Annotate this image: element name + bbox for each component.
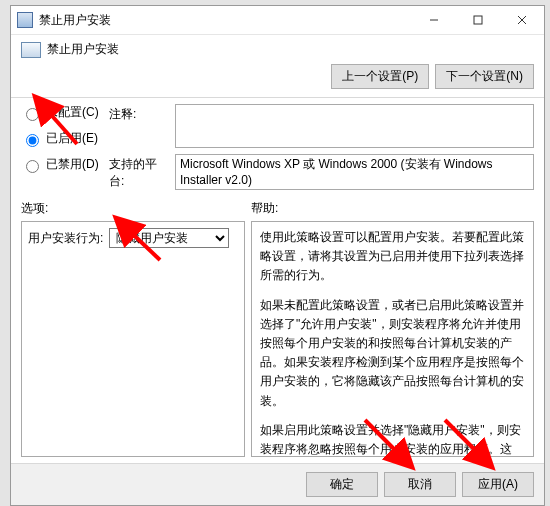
policy-subtitle: 禁止用户安装	[47, 41, 119, 58]
radio-not-configured[interactable]: 未配置(C)	[21, 104, 109, 121]
radio-not-configured-input[interactable]	[26, 108, 39, 121]
help-paragraph-2: 如果未配置此策略设置，或者已启用此策略设置并选择了"允许用户安装"，则安装程序将…	[260, 296, 525, 411]
options-section-label: 选项:	[21, 200, 251, 217]
help-panel[interactable]: 使用此策略设置可以配置用户安装。若要配置此策略设置，请将其设置为已启用并使用下拉…	[251, 221, 534, 457]
radio-disabled-label: 已禁用(D)	[46, 156, 99, 173]
behavior-select[interactable]: 隐藏用户安装允许用户安装禁止用户安装	[109, 228, 229, 248]
policy-icon	[21, 42, 41, 58]
close-button[interactable]	[500, 6, 544, 34]
svg-rect-1	[474, 16, 482, 24]
help-paragraph-1: 使用此策略设置可以配置用户安装。若要配置此策略设置，请将其设置为已启用并使用下拉…	[260, 228, 525, 286]
minimize-button[interactable]	[412, 6, 456, 34]
options-panel: 用户安装行为: 隐藏用户安装允许用户安装禁止用户安装	[21, 221, 245, 457]
radio-not-configured-label: 未配置(C)	[46, 104, 99, 121]
policy-editor-window: 禁止用户安装 禁止用户安装 上一个设置(P) 下一个设置(N)	[10, 5, 545, 506]
apply-button[interactable]: 应用(A)	[462, 472, 534, 497]
help-section-label: 帮助:	[251, 200, 534, 217]
help-paragraph-3: 如果启用此策略设置并选择"隐藏用户安装"，则安装程序将忽略按照每个用户安装的应用…	[260, 421, 525, 457]
window-title: 禁止用户安装	[39, 12, 412, 29]
state-radio-group: 未配置(C) 已启用(E) 已禁用(D)	[21, 104, 109, 173]
next-setting-button[interactable]: 下一个设置(N)	[435, 64, 534, 89]
behavior-label: 用户安装行为:	[28, 230, 103, 247]
radio-disabled-input[interactable]	[26, 160, 39, 173]
supported-platform-text: Microsoft Windows XP 或 Windows 2000 (安装有…	[180, 157, 493, 187]
previous-setting-button[interactable]: 上一个设置(P)	[331, 64, 429, 89]
titlebar: 禁止用户安装	[11, 6, 544, 35]
supported-platform-box[interactable]: Microsoft Windows XP 或 Windows 2000 (安装有…	[175, 154, 534, 190]
app-icon	[17, 12, 33, 28]
dialog-button-bar: 确定 取消 应用(A)	[11, 463, 544, 505]
ok-button[interactable]: 确定	[306, 472, 378, 497]
radio-disabled[interactable]: 已禁用(D)	[21, 156, 109, 173]
radio-enabled-label: 已启用(E)	[46, 130, 98, 147]
cancel-button[interactable]: 取消	[384, 472, 456, 497]
platform-label: 支持的平台:	[109, 154, 169, 190]
maximize-button[interactable]	[456, 6, 500, 34]
radio-enabled-input[interactable]	[26, 134, 39, 147]
comment-textarea[interactable]	[175, 104, 534, 148]
comment-label: 注释:	[109, 104, 169, 123]
radio-enabled[interactable]: 已启用(E)	[21, 130, 109, 147]
